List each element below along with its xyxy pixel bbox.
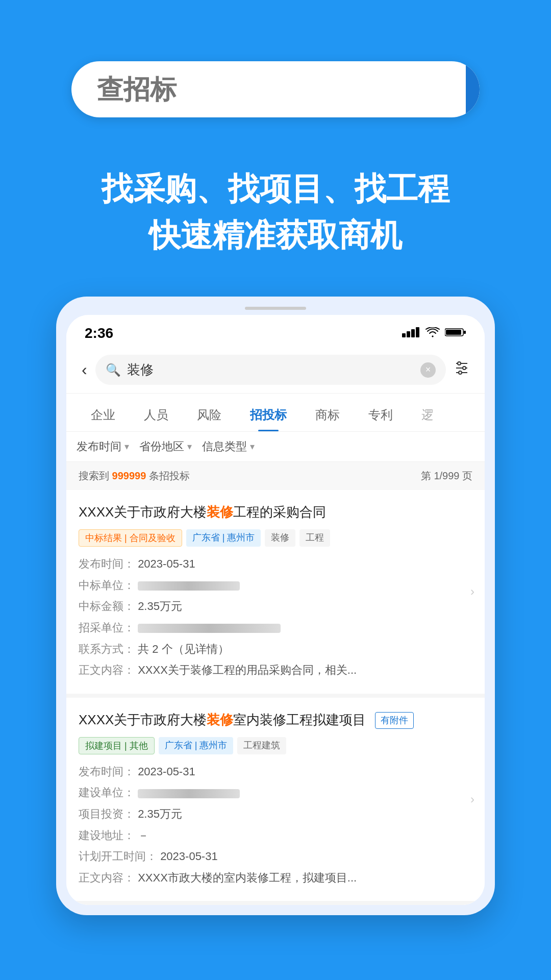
battery-icon [445,327,466,340]
card-1-amount-row: 中标金额： 2.35万元 [79,596,472,617]
card-2-builder-value [138,789,240,798]
card-1-title: XXXX关于市政府大楼装修工程的采购合同 [79,502,472,522]
card-2-address-row: 建设地址： － [79,825,472,846]
status-icons [402,327,466,340]
back-button[interactable]: ‹ [82,360,87,379]
clear-icon: × [425,364,431,375]
tab-trademark[interactable]: 商标 [301,402,354,431]
card-2-attachment-badge: 有附件 [375,712,414,729]
card-1-content-row: 正文内容： XXXX关于装修工程的用品采购合同，相关... [79,660,472,680]
filter-type[interactable]: 信息类型 ▾ [202,439,255,454]
signal-icon [402,327,420,340]
search-box[interactable]: 🔍 装修 × [95,355,446,385]
card-2-address-value: － [138,829,149,842]
card-1-buyer-value [138,624,281,633]
tab-patent[interactable]: 专利 [354,402,407,431]
card-1-content-value: XXXX关于装修工程的用品采购合同，相关... [138,664,357,676]
results-info: 搜索到 999999 条招投标 第 1/999 页 [66,462,485,490]
card-1-arrow: › [470,584,474,599]
card-2-tag-industry: 工程建筑 [237,737,286,754]
results-prefix: 搜索到 [79,470,112,481]
card-1-amount-label: 中标金额： [79,600,135,612]
card-1-tags: 中标结果 | 合同及验收 广东省 | 惠州市 装修 工程 [79,529,472,547]
status-bar: 2:36 [66,315,485,347]
card-1-buyer-label: 招采单位： [79,621,135,634]
svg-point-10 [458,362,461,365]
category-tabs: 企业 人员 风险 招投标 商标 专利 逻 [66,394,485,432]
tab-bidding[interactable]: 招投标 [236,402,301,431]
card-1-contact-label: 联系方式： [79,643,135,655]
card-1-winner-row: 中标单位： [79,575,472,596]
svg-rect-5 [446,330,461,335]
card-2-title-suffix: 室内装修工程拟建项目 [233,712,366,727]
svg-rect-1 [407,331,410,337]
tab-risk[interactable]: 风险 [183,402,236,431]
page-info: 第 1/999 页 [421,469,472,483]
svg-point-12 [459,371,462,374]
card-2-title: XXXX关于市政府大楼装修室内装修工程拟建项目 有附件 [79,710,472,730]
filter-button[interactable] [454,360,469,379]
results-count: 999999 [112,470,146,481]
tab-personnel[interactable]: 人员 [130,402,183,431]
card-2-date-row: 发布时间： 2023-05-31 [79,762,472,782]
status-time: 2:36 [85,325,113,341]
search-button[interactable]: 查一下 [466,61,480,117]
card-1-contact-row: 联系方式： 共 2 个（见详情） [79,639,472,659]
card-1-title-prefix: XXXX关于市政府大楼 [79,504,207,520]
phone-mockup: 2:36 [56,297,495,915]
phone-mockup-container: 2:36 [0,297,551,915]
card-2-startdate-row: 计划开工时间： 2023-05-31 [79,846,472,867]
card-1-amount-value: 2.35万元 [138,600,182,612]
filter-bar: 发布时间 ▾ 省份地区 ▾ 信息类型 ▾ [66,432,485,462]
filter-type-label: 信息类型 [202,439,247,454]
card-2-tags: 拟建项目 | 其他 广东省 | 惠州市 工程建筑 [79,737,472,754]
tab-enterprise[interactable]: 企业 [77,402,130,431]
filter-time[interactable]: 发布时间 ▾ [77,439,129,454]
filter-time-label: 发布时间 [77,439,121,454]
card-2-tag-type: 拟建项目 | 其他 [79,737,155,754]
search-keyword: 装修 [127,361,414,379]
card-2-date-value: 2023-05-31 [138,765,195,778]
card-2-title-highlight: 装修 [207,712,233,727]
card-1-date-row: 发布时间： 2023-05-31 [79,554,472,574]
card-2-address-label: 建设地址： [79,829,135,842]
card-1-buyer-row: 招采单位： [79,618,472,638]
wifi-icon [425,327,440,340]
card-1-date-label: 发布时间： [79,557,135,570]
result-card-2[interactable]: XXXX关于市政府大楼装修室内装修工程拟建项目 有附件 拟建项目 | 其他 广东… [66,698,485,905]
svg-point-11 [463,366,466,370]
card-2-content-row: 正文内容： XXXX市政大楼的室内装修工程，拟建项目... [79,868,472,888]
svg-rect-6 [464,331,466,334]
svg-rect-0 [402,333,406,337]
tab-more[interactable]: 逻 [407,402,448,431]
card-1-tag-engineering: 工程 [299,529,330,547]
results-count-text: 搜索到 999999 条招投标 [79,469,190,483]
card-2-investment-label: 项目投资： [79,807,135,820]
card-1-contact-value: 共 2 个（见详情） [138,643,229,655]
clear-button[interactable]: × [420,362,436,378]
tagline: 找采购、找项目、找工程 快速精准获取商机 [0,148,551,297]
filter-region[interactable]: 省份地区 ▾ [139,439,192,454]
search-input[interactable] [71,74,466,105]
card-2-tag-region: 广东省 | 惠州市 [159,737,234,754]
card-2-date-label: 发布时间： [79,765,135,778]
card-1-title-highlight: 装修 [207,504,233,520]
card-2-title-prefix: XXXX关于市政府大楼 [79,712,207,727]
card-1-tag-decoration: 装修 [265,529,295,547]
tagline-line1: 找采购、找项目、找工程 [0,168,551,210]
card-2-builder-label: 建设单位： [79,786,135,799]
phone-inner: 2:36 [66,315,485,905]
result-card-1[interactable]: XXXX关于市政府大楼装修工程的采购合同 中标结果 | 合同及验收 广东省 | … [66,490,485,698]
filter-region-arrow: ▾ [187,441,192,452]
svg-rect-2 [411,329,415,337]
card-1-content-label: 正文内容： [79,664,135,676]
search-bar[interactable]: 查一下 [71,61,480,117]
card-1-date-value: 2023-05-31 [138,557,195,570]
card-2-arrow: › [470,792,474,806]
app-header: ‹ 🔍 装修 × [66,347,485,394]
card-1-winner-value [138,581,240,591]
results-suffix: 条招投标 [146,470,190,481]
card-2-startdate-value: 2023-05-31 [160,850,218,863]
search-icon: 🔍 [106,363,121,377]
card-1-tag-type: 中标结果 | 合同及验收 [79,529,182,547]
